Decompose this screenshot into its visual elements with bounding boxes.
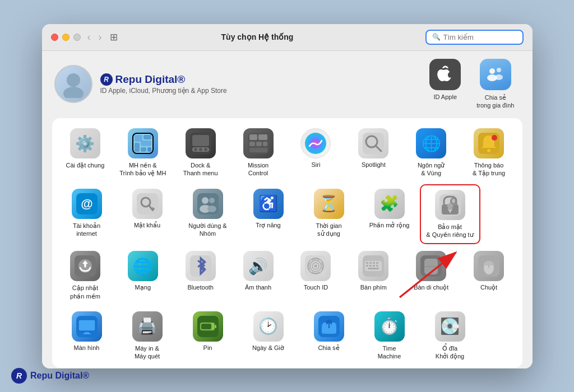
network-label: Mạng (135, 284, 151, 291)
icon-display[interactable]: Màn hình (57, 307, 117, 365)
svg-point-43 (209, 198, 215, 203)
svg-rect-84 (215, 325, 216, 328)
icon-keyboard[interactable]: Bàn phím (345, 246, 402, 305)
svg-rect-63 (369, 262, 372, 264)
icon-update[interactable]: Cập nhậtphần mềm (57, 246, 114, 305)
spotlight-label: Spotlight (362, 161, 386, 168)
keyboard-icon-img (358, 251, 388, 281)
search-icon: 🔍 (432, 33, 441, 41)
icons-grid: ⚙️ Cài đặt chung (52, 118, 522, 368)
users-label: Người dùng &Nhóm (188, 222, 226, 238)
icon-language[interactable]: 🌐 Ngôn ngữ& Vùng (402, 124, 460, 182)
family-share-item[interactable]: Chia sẻtrong gia đình (476, 59, 514, 110)
sound-icon-img: 🔊 (243, 251, 274, 281)
accessibility-icon-img: ♿ (253, 189, 284, 219)
svg-point-1 (63, 87, 84, 98)
avatar[interactable] (54, 65, 92, 103)
avatar-svg (59, 70, 87, 98)
icon-timemachine[interactable]: ⏱️ TimeMachine (359, 307, 420, 365)
security-icon-img (435, 190, 465, 220)
icon-internet[interactable]: @ Tài khoảninternet (57, 184, 117, 245)
icon-extensions[interactable]: 🧩 Phần mở rộng (359, 184, 420, 245)
family-share-svg (485, 64, 506, 85)
window-title: Tùy chọn Hệ thống (95, 32, 420, 41)
wallpaper-label: MH nền &Trình bảo vệ MH (119, 161, 166, 178)
icon-sharing[interactable]: Chia sẻ (299, 307, 359, 365)
mouse-label: Chuột (480, 284, 497, 291)
startup-icon-img: 💽 (435, 311, 465, 342)
timemachine-label: TimeMachine (378, 344, 401, 361)
icon-password[interactable]: Mật khẩu (117, 184, 178, 245)
icon-bluetooth[interactable]: Bluetooth (172, 246, 229, 305)
apple-id-label: ID Apple (433, 94, 457, 100)
svg-rect-12 (141, 147, 146, 152)
nav-back-button[interactable]: ‹ (86, 31, 92, 43)
icon-touchid[interactable]: Touch ID (287, 246, 345, 305)
dock-icon-img (186, 128, 216, 158)
svg-point-45 (207, 206, 216, 212)
icon-accessibility[interactable]: ♿ Trợ năng (238, 184, 299, 245)
icon-notification[interactable]: Thông báo& Tập trung (460, 124, 518, 182)
brand-subtitle: ID Apple, iCloud, Phương tiện & App Stor… (100, 87, 227, 95)
bottom-logo: R Repu Digital® (11, 368, 89, 384)
icon-general[interactable]: ⚙️ Cài đặt chung (57, 124, 114, 182)
traffic-lights (51, 34, 81, 41)
sharing-icon-img (314, 311, 344, 342)
family-share-label: Chia sẻtrong gia đình (476, 94, 514, 110)
icon-trackpad[interactable]: Bàn di chuột (402, 246, 460, 305)
svg-rect-67 (369, 265, 372, 267)
battery-label: Pin (203, 344, 212, 351)
fullscreen-button[interactable] (73, 34, 81, 41)
close-button[interactable] (51, 34, 58, 41)
icon-siri[interactable]: Siri (287, 124, 345, 182)
svg-rect-10 (135, 143, 140, 152)
bottom-brand-text: Repu Digital® (30, 371, 89, 381)
svg-text:@: @ (81, 197, 92, 211)
family-share-icon-bg (480, 59, 511, 90)
icons-row-2: @ Tài khoảninternet (57, 184, 518, 245)
svg-rect-8 (135, 135, 142, 142)
icon-startup[interactable]: 💽 Ổ đĩaKhởi động (420, 307, 480, 365)
language-label: Ngôn ngữ& Vùng (418, 161, 445, 178)
icon-sound[interactable]: 🔊 Âm thanh (229, 246, 287, 305)
apple-id-item[interactable]: ID Apple (429, 59, 461, 100)
icon-security[interactable]: Bảo mật& Quyền riêng tư (420, 184, 480, 245)
icon-time-usage[interactable]: ⏳ Thời giansử dụng (299, 184, 359, 245)
general-label: Cài đặt chung (66, 161, 105, 169)
icon-mission[interactable]: MissionControl (229, 124, 287, 182)
profile-left: R Repu Digital® ID Apple, iCloud, Phương… (54, 65, 227, 103)
svg-point-2 (489, 68, 495, 74)
titlebar: ‹ › ⊞ Tùy chọn Hệ thống 🔍 (42, 24, 533, 51)
notification-icon-img (474, 128, 504, 158)
sharing-label: Chia sẻ (318, 344, 339, 352)
battery-icon-img (193, 311, 223, 342)
repu-logo-icon: R (11, 368, 27, 384)
icon-users[interactable]: Người dùng &Nhóm (178, 184, 238, 245)
datetime-label: Ngày & Giờ (252, 344, 284, 352)
svg-rect-22 (258, 134, 267, 140)
wallpaper-icon-img (128, 128, 158, 158)
icon-datetime[interactable]: 🕑 Ngày & Giờ (238, 307, 299, 365)
icon-dock[interactable]: Dock &Thanh menu (172, 124, 229, 182)
sound-label: Âm thanh (245, 284, 271, 291)
brand-text: Repu Digital® (115, 73, 186, 86)
svg-rect-81 (83, 333, 91, 334)
icon-spotlight[interactable]: Spotlight (345, 124, 402, 182)
touchid-icon-img (300, 251, 331, 281)
icons-row-3: Cập nhậtphần mềm 🌐 Mạng (57, 246, 518, 305)
minimize-button[interactable] (62, 34, 70, 41)
icon-mouse[interactable]: Chuột (460, 246, 518, 305)
profile-section: R Repu Digital® ID Apple, iCloud, Phương… (52, 59, 522, 110)
search-bar[interactable]: 🔍 (425, 30, 524, 45)
printer-icon-img: 🖨️ (132, 311, 163, 342)
trackpad-icon-img (416, 251, 446, 281)
svg-rect-9 (144, 135, 151, 139)
icon-battery[interactable]: Pin (178, 307, 238, 365)
search-input[interactable] (443, 33, 516, 41)
svg-rect-78 (78, 320, 95, 331)
icon-printer[interactable]: 🖨️ Máy in &Máy quét (117, 307, 178, 365)
svg-point-19 (204, 148, 207, 151)
svg-rect-70 (368, 268, 379, 269)
icon-network[interactable]: 🌐 Mạng (114, 246, 172, 305)
icon-wallpaper[interactable]: MH nền &Trình bảo vệ MH (114, 124, 172, 182)
